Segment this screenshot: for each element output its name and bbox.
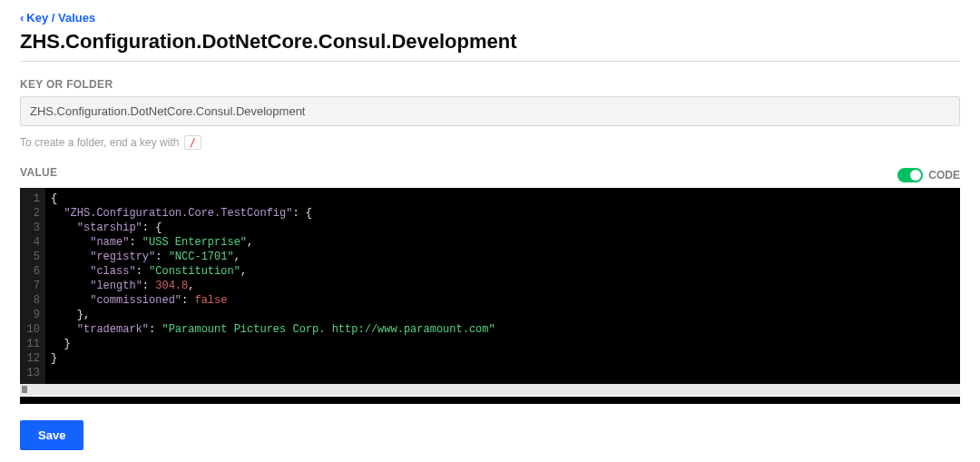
- page-title: ZHS.Configuration.DotNetCore.Consul.Deve…: [20, 30, 960, 62]
- code-editor[interactable]: 12345678910111213 { "ZHS.Configuration.C…: [20, 188, 960, 395]
- editor-bottom-bar: [20, 397, 960, 404]
- value-field-label: VALUE: [20, 166, 57, 179]
- editor-gutter: 12345678910111213: [20, 188, 45, 384]
- key-field-label: KEY OR FOLDER: [20, 78, 960, 91]
- editor-code[interactable]: { "ZHS.Configuration.Core.TestConfig": {…: [45, 188, 960, 384]
- chevron-left-icon: ‹: [20, 11, 24, 25]
- breadcrumb-label: Key / Values: [26, 11, 95, 25]
- code-toggle-label: CODE: [928, 169, 960, 182]
- save-button[interactable]: Save: [20, 420, 83, 450]
- key-hint: To create a folder, end a key with /: [20, 135, 960, 150]
- key-hint-text: To create a folder, end a key with: [20, 136, 179, 149]
- code-toggle[interactable]: [897, 168, 923, 182]
- editor-scrollbar[interactable]: [20, 384, 960, 395]
- key-input[interactable]: [20, 96, 960, 126]
- breadcrumb[interactable]: ‹Key / Values: [20, 11, 960, 25]
- key-hint-slash: /: [184, 135, 201, 150]
